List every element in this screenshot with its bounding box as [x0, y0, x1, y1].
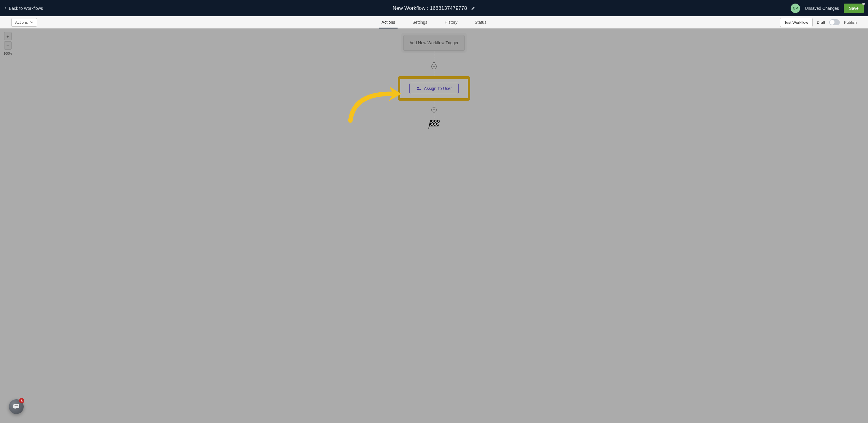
plus-icon: +	[433, 108, 435, 112]
assign-to-user-node[interactable]: Assign To User	[409, 83, 459, 94]
chat-widget-button[interactable]: 8	[9, 399, 24, 414]
add-step-button[interactable]: +	[431, 107, 437, 113]
end-flag-icon	[428, 120, 440, 130]
svg-point-0	[417, 87, 419, 88]
workflow-title-wrap: New Workflow : 1688137479778	[393, 5, 475, 11]
zoom-in-button[interactable]: +	[4, 32, 11, 40]
connector-line	[434, 51, 434, 63]
workflow-canvas[interactable]: + − 100% Add New Workflow Trigger + Assi…	[0, 28, 868, 423]
back-label: Back to Workflows	[9, 6, 43, 11]
sub-bar: Actions Actions Settings History Status …	[0, 16, 868, 28]
svg-rect-15	[14, 405, 18, 406]
connector-line	[434, 101, 434, 107]
tab-label: Status	[475, 20, 487, 25]
header-right-cluster: GP Unsaved Changes Save	[790, 4, 864, 13]
test-workflow-label: Test Workflow	[784, 20, 808, 25]
avatar[interactable]: GP	[790, 4, 800, 13]
tab-label: Settings	[412, 20, 428, 25]
workflow-title: New Workflow : 1688137479778	[393, 5, 467, 11]
publish-label: Publish	[844, 20, 857, 25]
connector-line	[434, 69, 434, 76]
draft-label: Draft	[817, 20, 825, 25]
tabs: Actions Settings History Status	[381, 16, 487, 28]
chat-badge: 8	[19, 398, 24, 403]
test-workflow-button[interactable]: Test Workflow	[780, 18, 813, 27]
annotation-arrow-icon	[345, 81, 404, 123]
add-step-button[interactable]: +	[431, 64, 437, 69]
zoom-percent-label: 100%	[4, 52, 12, 55]
workflow-flow: Add New Workflow Trigger + Assign To Use…	[398, 35, 470, 130]
add-trigger-label: Add New Workflow Trigger	[409, 40, 458, 45]
zoom-out-button[interactable]: −	[4, 41, 11, 50]
actions-dropdown[interactable]: Actions	[11, 18, 37, 27]
back-to-workflows-link[interactable]: Back to Workflows	[4, 6, 43, 11]
chat-badge-count: 8	[21, 399, 23, 402]
minus-icon: −	[6, 43, 9, 48]
edit-icon[interactable]	[471, 6, 475, 10]
chat-icon	[13, 403, 20, 410]
publish-toggle[interactable]	[829, 19, 840, 25]
zoom-controls: + − 100%	[4, 32, 12, 55]
top-header: Back to Workflows New Workflow : 1688137…	[0, 0, 868, 16]
actions-dropdown-label: Actions	[15, 20, 28, 25]
sub-bar-right: Test Workflow Draft Publish	[780, 18, 857, 27]
unsaved-changes-label: Unsaved Changes	[805, 6, 839, 11]
tab-actions[interactable]: Actions	[381, 16, 395, 28]
assign-to-user-label: Assign To User	[424, 86, 452, 91]
save-button-label: Save	[849, 6, 859, 11]
chevron-left-icon	[4, 7, 7, 10]
plus-icon: +	[6, 34, 9, 39]
avatar-initials: GP	[793, 6, 798, 10]
svg-rect-16	[14, 407, 17, 407]
tab-status[interactable]: Status	[475, 16, 487, 28]
tab-label: History	[445, 20, 458, 25]
plus-icon: +	[433, 64, 435, 68]
add-trigger-node[interactable]: Add New Workflow Trigger	[403, 35, 465, 51]
connector-line	[434, 113, 434, 120]
tab-label: Actions	[381, 20, 395, 25]
assign-user-icon	[416, 86, 421, 91]
tab-history[interactable]: History	[445, 16, 458, 28]
highlight-inner: Assign To User	[400, 79, 468, 98]
highlight-callout: Assign To User	[398, 76, 470, 101]
chevron-down-icon	[30, 21, 33, 24]
save-button[interactable]: Save	[844, 4, 864, 13]
tab-settings[interactable]: Settings	[412, 16, 428, 28]
